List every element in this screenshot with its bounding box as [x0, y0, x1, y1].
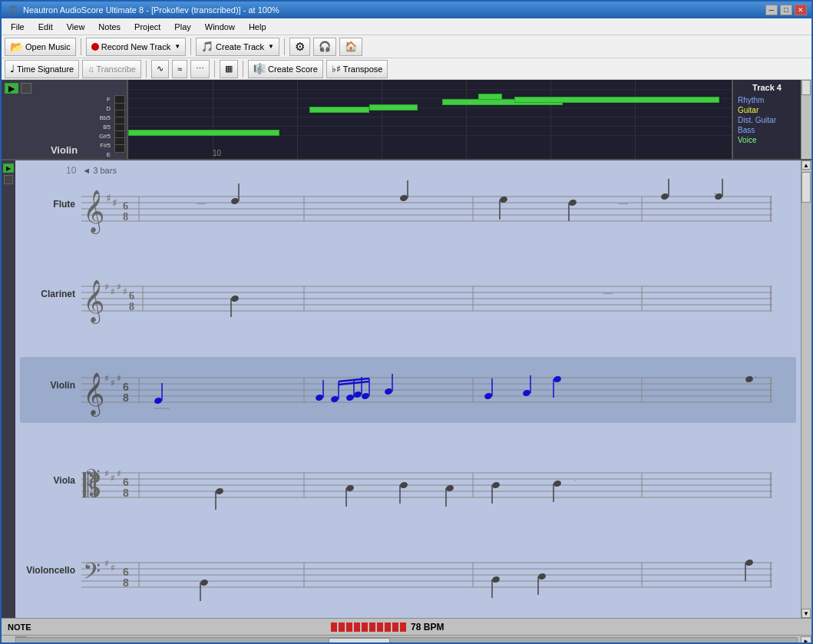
scrollbar-track[interactable] — [15, 637, 798, 644]
gear-icon: ⚙ — [295, 40, 305, 54]
headphones-button[interactable]: 🎧 — [313, 38, 336, 56]
piano-key-gs5: G#5 — [99, 132, 113, 140]
svg-text:.: . — [755, 371, 757, 379]
track-item-voice[interactable]: Voice — [736, 135, 798, 145]
svg-text:♯: ♯ — [123, 286, 127, 297]
track-item-dist-guitar[interactable]: Dist. Guitar — [736, 115, 798, 125]
svg-point-76 — [361, 392, 370, 400]
score-icon: 🎼 — [253, 63, 266, 74]
status-bar: NOTE 78 BPM — [2, 618, 811, 635]
maximize-button[interactable]: □ — [780, 5, 792, 15]
note-block-6[interactable] — [514, 97, 719, 103]
svg-text:6: 6 — [123, 200, 128, 212]
minimize-button[interactable]: ─ — [765, 5, 778, 15]
headphones-icon: 🎧 — [319, 41, 331, 52]
wave-1-button[interactable]: ∿ — [151, 60, 169, 78]
track-item-bass[interactable]: Bass — [736, 125, 798, 135]
svg-text:♯: ♯ — [117, 282, 121, 292]
wave-3-button[interactable]: ⋯ — [190, 60, 210, 78]
bpm-value: 78 BPM — [411, 622, 444, 632]
score-vertical-scrollbar[interactable]: ▲ ▼ — [801, 160, 811, 618]
svg-point-82 — [484, 392, 493, 400]
svg-text:♯: ♯ — [111, 378, 115, 388]
note-block-3[interactable] — [369, 104, 418, 111]
svg-text:♯: ♯ — [104, 373, 109, 384]
dropdown-arrow-2-icon: ▼ — [268, 43, 274, 50]
menu-play[interactable]: Play — [168, 21, 197, 33]
separator-3 — [284, 38, 285, 55]
score-play-button[interactable]: ▶ — [3, 163, 14, 173]
violoncello-staff: Violoncello 𝄢 ♯ ♯ 6 8 — [20, 543, 796, 606]
stop-button[interactable] — [21, 83, 31, 94]
track-content[interactable]: 10 — [128, 80, 732, 159]
flute-svg: 𝄞 ♯ ♯ 6 8 — [81, 177, 772, 235]
svg-point-110 — [215, 487, 224, 495]
separator-1 — [81, 38, 81, 55]
svg-text:♯: ♯ — [106, 193, 111, 204]
menu-file[interactable]: File — [5, 21, 31, 33]
separator-2 — [190, 38, 191, 55]
svg-point-118 — [491, 481, 501, 489]
menu-window[interactable]: Window — [199, 21, 241, 33]
create-score-button[interactable]: 🎼 Create Score — [248, 60, 323, 78]
svg-text:8: 8 — [123, 211, 128, 223]
score-left-controls: ▶ — [2, 160, 15, 618]
bpm-bar-1 — [331, 623, 337, 632]
svg-point-89 — [745, 375, 754, 383]
menu-view[interactable]: View — [61, 21, 91, 33]
svg-point-120 — [553, 480, 562, 487]
violin-score-label: Violin — [20, 358, 81, 391]
note-block-1[interactable] — [128, 130, 279, 136]
time-signature-button[interactable]: ♩ Time Signature — [5, 60, 79, 78]
open-music-button[interactable]: 📂 Open Music — [5, 38, 76, 56]
record-new-track-button[interactable]: Record New Track ▼ — [86, 38, 186, 56]
wave-2-button[interactable]: ≈ — [172, 60, 187, 78]
clarinet-svg: 𝄞 ♯ ♯ ♯ ♯ 6 8 — [81, 267, 772, 325]
score-stop-button[interactable] — [4, 175, 13, 184]
svg-text:.: . — [574, 476, 576, 483]
svg-text:♯: ♯ — [117, 468, 121, 479]
svg-text:♯: ♯ — [104, 282, 109, 292]
close-button[interactable]: ✕ — [795, 5, 807, 15]
track-item-guitar[interactable]: Guitar — [736, 105, 798, 115]
separator-6 — [243, 61, 243, 78]
svg-text:8: 8 — [123, 487, 129, 499]
play-button[interactable]: ▶ — [5, 83, 18, 94]
viola-staff: Viola 𝄡 𝄢 ♯ ♯ — [20, 454, 796, 513]
bpm-bar-3 — [346, 623, 352, 632]
menu-project[interactable]: Project — [128, 21, 167, 33]
menu-help[interactable]: Help — [243, 21, 273, 33]
transcribe-button[interactable]: ♫ Transcribe — [82, 60, 141, 78]
note-block-5[interactable] — [478, 94, 502, 100]
piano-key-bb5: Bb5 — [99, 114, 113, 122]
svg-text:8: 8 — [129, 301, 134, 312]
svg-point-23 — [660, 193, 669, 200]
open-music-label: Open Music — [25, 42, 71, 51]
track-item-rhythm[interactable]: Rhythm — [736, 95, 798, 105]
flute-label: Flute — [20, 177, 81, 210]
record-icon — [91, 43, 99, 51]
note-block-2[interactable] — [309, 107, 370, 113]
menu-bar: File Edit View Notes Project Play Window… — [2, 18, 811, 35]
transpose-button[interactable]: ♭♯ Transpose — [326, 60, 388, 78]
transcribe-label: Transcribe — [96, 64, 136, 74]
svg-point-66 — [154, 397, 163, 405]
scrollbar-thumb[interactable] — [329, 638, 390, 644]
violoncello-notation: 𝄢 ♯ ♯ 6 8 — [81, 543, 796, 606]
viola-label: Viola — [20, 454, 81, 486]
menu-notes[interactable]: Notes — [92, 21, 127, 33]
create-track-button[interactable]: 🎵 Create Track ▼ — [196, 38, 279, 56]
settings-button[interactable]: ⚙ — [289, 38, 310, 56]
svg-point-138 — [200, 579, 209, 586]
menu-edit[interactable]: Edit — [32, 21, 59, 33]
horizontal-scrollbar[interactable]: ◄ ► — [2, 635, 811, 644]
track-overview-panel: ▶ F D Bb5 B5 G#5 F#5 E 0 Violin — [2, 80, 811, 160]
track-overview-scrollbar[interactable] — [801, 80, 811, 159]
main-window: 🎵 Neautron AudioScore Ultimate 8 - [Prok… — [0, 0, 813, 644]
bar-indicator: 10 ◄ 3 bars — [20, 163, 796, 177]
grid-button[interactable]: ▦ — [220, 60, 238, 78]
score-scroll-content[interactable]: 10 ◄ 3 bars Flute 𝄞 — [15, 160, 801, 618]
bpm-bar-2 — [339, 623, 345, 632]
piano-key-e: E — [99, 150, 113, 159]
home-button[interactable]: 🏠 — [339, 38, 362, 56]
